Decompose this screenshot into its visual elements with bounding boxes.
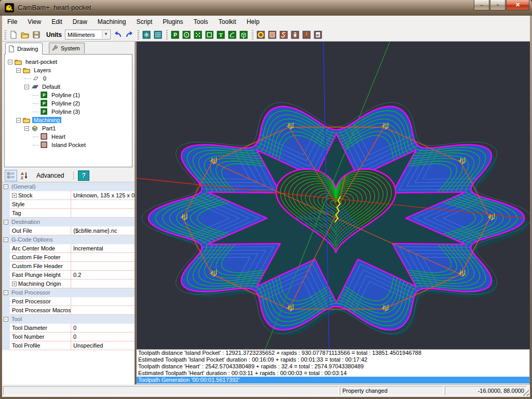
property-value[interactable]: 0.2 xyxy=(71,271,135,280)
mop-pocket-button[interactable] xyxy=(267,29,278,41)
tree-item-layers[interactable]: −Layers xyxy=(5,66,132,74)
property-category[interactable]: −G-Code Options xyxy=(2,235,135,244)
property-value[interactable]: Incremental xyxy=(71,244,135,253)
property-expand-icon[interactable]: + xyxy=(12,282,17,286)
minimize-button[interactable]: – xyxy=(474,0,489,10)
mop-engrave-button[interactable] xyxy=(278,29,289,41)
menu-item-edit[interactable]: Edit xyxy=(46,16,68,28)
help-icon[interactable]: ? xyxy=(78,170,89,181)
property-value[interactable] xyxy=(71,280,135,288)
log-line[interactable]: Toolpath distance 'Heart' : 2542.5704338… xyxy=(137,363,529,370)
tree-item-heart[interactable]: Heart xyxy=(5,132,132,141)
property-row[interactable]: +StockUnknown, 135 x 125 x 0 xyxy=(2,191,135,200)
open-file-button[interactable] xyxy=(19,29,31,41)
new-file-button[interactable] xyxy=(8,29,19,41)
category-collapse-icon[interactable]: − xyxy=(4,220,8,224)
property-value[interactable]: 0 xyxy=(71,324,135,332)
snap-point-button[interactable] xyxy=(141,29,152,41)
property-category[interactable]: −Tool xyxy=(2,315,135,324)
mop-drillbit-button[interactable] xyxy=(301,29,312,41)
undo-button[interactable] xyxy=(112,29,124,41)
tree-expander[interactable]: − xyxy=(16,68,21,73)
property-row[interactable]: Custom File Footer xyxy=(2,253,135,262)
save-file-button[interactable] xyxy=(31,29,42,41)
menu-item-script[interactable]: Script xyxy=(131,16,158,28)
menu-item-tools[interactable]: Tools xyxy=(189,16,214,28)
tree-expander[interactable]: − xyxy=(24,126,29,131)
tree-item-polyline-2-[interactable]: PPolyline (2) xyxy=(5,99,132,108)
log-line[interactable]: Toolpath distance 'Island Pocket' : 1292… xyxy=(137,350,529,356)
property-value[interactable]: Unknown, 135 x 125 x 0 xyxy=(71,191,135,200)
tree-item-0[interactable]: 0 xyxy=(5,74,132,83)
redo-button[interactable] xyxy=(124,29,135,41)
tab-drawing[interactable]: Drawing xyxy=(5,43,43,55)
property-category[interactable]: −(General) xyxy=(2,182,135,191)
property-row[interactable]: Style xyxy=(2,200,135,209)
property-expand-icon[interactable]: + xyxy=(12,193,17,198)
property-row[interactable]: Tool ProfileUnspecified xyxy=(2,341,135,350)
log-line[interactable]: Estimated Toolpath 'Island Pocket' durat… xyxy=(137,356,529,363)
menu-item-draw[interactable]: Draw xyxy=(68,16,92,28)
property-value[interactable]: Unspecified xyxy=(71,341,135,350)
menu-item-help[interactable]: Help xyxy=(242,16,265,28)
tree-item-polyline-3-[interactable]: PPolyline (3) xyxy=(5,108,132,116)
tree-item-part1[interactable]: −Part1 xyxy=(5,124,132,132)
property-row[interactable]: Post Processor xyxy=(2,297,135,306)
tree-item-heart-pocket[interactable]: −heart-pocket xyxy=(5,58,132,66)
menu-item-view[interactable]: View xyxy=(22,16,46,28)
property-value[interactable] xyxy=(71,253,135,262)
property-row[interactable]: Arc Center ModeIncremental xyxy=(2,244,135,253)
property-value[interactable]: {$cbfile.name}.nc xyxy=(71,227,135,235)
property-row[interactable]: Out File{$cbfile.name}.nc xyxy=(2,227,135,235)
draw-polyline-button[interactable]: P xyxy=(169,29,181,41)
property-value[interactable] xyxy=(71,262,135,271)
property-value[interactable] xyxy=(71,200,135,209)
draw-rectangle-button[interactable] xyxy=(204,29,215,41)
viewport-3d[interactable] xyxy=(136,42,530,349)
tree-expander[interactable]: − xyxy=(8,60,12,64)
property-row[interactable]: Custom File Header xyxy=(2,262,135,271)
draw-circle-button[interactable] xyxy=(181,29,192,41)
tree-expander[interactable]: − xyxy=(16,118,21,123)
menu-item-plugins[interactable]: Plugins xyxy=(157,16,188,28)
menu-item-toolkit[interactable]: Toolkit xyxy=(214,16,242,28)
tree-item-island-pocket[interactable]: Island Pocket xyxy=(5,141,132,149)
property-row[interactable]: Tool Number0 xyxy=(2,332,135,341)
categorized-view-button[interactable] xyxy=(5,170,17,181)
draw-text-button[interactable]: T xyxy=(215,29,227,41)
category-collapse-icon[interactable]: − xyxy=(4,237,8,242)
category-collapse-icon[interactable]: − xyxy=(4,184,8,189)
tree-item-polyline-1-[interactable]: PPolyline (1) xyxy=(5,91,132,99)
tree-item-machining[interactable]: −Machining xyxy=(5,116,132,124)
property-category[interactable]: −Destination xyxy=(2,218,135,227)
property-row[interactable]: Post Processor Macros xyxy=(2,306,135,315)
property-value[interactable] xyxy=(71,306,135,315)
units-dropdown-arrow[interactable]: ▼ xyxy=(102,31,110,38)
advanced-button[interactable]: Advanced xyxy=(36,172,64,179)
category-collapse-icon[interactable]: − xyxy=(4,290,8,295)
close-button[interactable]: ✕ xyxy=(506,0,529,10)
log-line[interactable]: Estimated Toolpath 'Heart' duration : 00… xyxy=(137,370,529,377)
tree-item-default[interactable]: −Default xyxy=(5,83,132,91)
snap-grid-button[interactable] xyxy=(152,29,164,41)
draw-arc-button[interactable] xyxy=(227,29,238,41)
property-category[interactable]: −Post Processor xyxy=(2,288,135,297)
property-value[interactable] xyxy=(71,209,135,218)
mop-profile-button[interactable] xyxy=(255,29,267,41)
property-value[interactable]: 0 xyxy=(71,332,135,341)
title-bar[interactable]: CamBam+ heart-pocket – ▫ ✕ xyxy=(0,0,532,16)
maximize-button[interactable]: ▫ xyxy=(490,0,506,10)
mop-gcode-button[interactable]: NC xyxy=(312,29,324,41)
draw-points-button[interactable] xyxy=(192,29,204,41)
property-row[interactable]: Tool Diameter0 xyxy=(2,324,135,332)
log-line[interactable]: Toolpath Generation '00:00:01.5617392' xyxy=(137,377,529,383)
property-row[interactable]: Tag xyxy=(2,209,135,218)
tree-expander[interactable]: − xyxy=(24,85,29,89)
menu-item-machining[interactable]: Machining xyxy=(92,16,131,28)
alphabetical-sort-button[interactable]: A Z xyxy=(19,170,30,181)
menu-item-file[interactable]: File xyxy=(2,16,22,28)
units-combobox[interactable]: Millimeters▼ xyxy=(65,30,111,39)
mop-drill-button[interactable] xyxy=(289,29,301,41)
property-row[interactable]: Fast Plunge Height0.2 xyxy=(2,271,135,280)
property-value[interactable] xyxy=(71,297,135,306)
